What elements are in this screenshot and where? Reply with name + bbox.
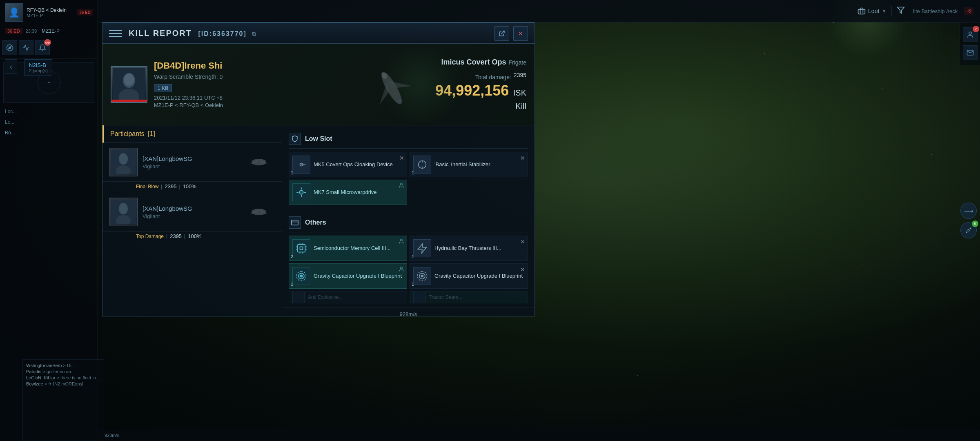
participant-name-1: [XAN]LongbowSG: [143, 155, 238, 162]
jump-system-indicator[interactable]: N2IS-B 2 jump(s): [24, 59, 52, 76]
nav-notifications[interactable]: 0/9: [35, 40, 50, 55]
svg-point-23: [119, 203, 128, 214]
equip-cloaking-icon: [292, 156, 310, 174]
nav-chart[interactable]: [19, 40, 33, 55]
loot-label: Loot: [868, 8, 879, 14]
notif-wrapper-1: 2: [963, 27, 978, 42]
notification-badge: 0/9: [44, 39, 51, 46]
chat-area: WshngtonianSerb > Di... Paturtis > guill…: [22, 359, 104, 441]
low-slot-icon: [289, 133, 301, 145]
victim-health-bar: [111, 100, 147, 102]
svg-rect-35: [300, 247, 303, 250]
equip-item-hydraulic: Hydraulic Bay Thrusters III... 1 ✕: [410, 236, 528, 261]
user-info: RFY-QB < Deklein MZ1E-P: [27, 7, 74, 18]
equip-mwd-person: [399, 183, 404, 189]
status-badge: 36 ED: [77, 9, 93, 16]
kill-hero-section: [DB4D]Irene Shi Warp Scramble Strength: …: [102, 44, 535, 125]
separator-2: |: [179, 184, 180, 189]
equip-partial-icon: [292, 291, 305, 303]
participant-name-2: [XAN]LongbowSG: [143, 205, 238, 212]
jump-count: 2 jump(s): [29, 68, 48, 73]
svg-point-44: [401, 239, 403, 241]
equip-semiconductor-name: Semiconductor Memory Cell III...: [314, 245, 391, 252]
final-blow-percent: 100%: [183, 183, 196, 189]
svg-point-14: [124, 74, 134, 86]
menu-button[interactable]: [109, 27, 122, 40]
equip-gravity-1-name: Gravity Capacitor Upgrade I Blueprint: [314, 273, 402, 280]
right-edge-wrapper-1: ⟶: [960, 203, 977, 219]
svg-rect-34: [298, 245, 305, 252]
svg-point-31: [401, 183, 403, 185]
equip-hydraulic-icon: [413, 239, 431, 257]
kill-outcome-label: Kill: [420, 102, 526, 111]
equip-gravity-2-destroy: ✕: [520, 266, 525, 273]
participant-info-2: [XAN]LongbowSG Vigilant: [143, 205, 238, 219]
sidebar-user-area: 👤 RFY-QB < Deklein MZ1E-P 36 ED: [0, 0, 98, 25]
equip-item-gravity-1: Gravity Capacitor Upgrade I Blueprint 1: [289, 263, 407, 289]
equip-partial-2-name: Tractor Beam...: [429, 294, 462, 300]
isk-amount: 94,992,156: [435, 82, 509, 99]
svg-line-8: [501, 31, 504, 34]
right-edge-wrapper-2: 5: [960, 222, 977, 238]
equip-semiconductor-icon: [292, 239, 310, 257]
nav-compass[interactable]: [2, 40, 17, 55]
others-section: Others Semiconductor Memory Cell III... …: [282, 209, 535, 307]
filter-button[interactable]: [897, 6, 905, 16]
low-slot-section: Low Slot MK5 Covert Ops Cloaking Device …: [282, 125, 535, 209]
svg-marker-45: [418, 243, 427, 253]
equip-stabilizer-icon: [413, 156, 431, 174]
notif-btn-mail[interactable]: [963, 45, 978, 60]
right-edge-badge: 5: [972, 220, 978, 227]
participant-corp-2: Vigilant: [143, 213, 238, 219]
equip-partial-name: Anti Explosive...: [308, 294, 343, 300]
external-link-button[interactable]: [494, 26, 509, 41]
others-header: Others: [289, 213, 528, 232]
modal-title: KILL REPORT [ID:6363770] ⧉: [129, 29, 488, 38]
location-display: lite Battleship /reck: [913, 8, 958, 14]
close-modal-button[interactable]: [513, 26, 528, 41]
separator-3: |: [166, 234, 167, 239]
modal-action-buttons: [494, 26, 528, 41]
equip-item-cloaking: MK5 Covert Ops Cloaking Device 1 ✕: [289, 152, 407, 177]
loot-button[interactable]: Loot ▼: [858, 7, 886, 15]
equip-cloaking-destroy: ✕: [399, 155, 404, 161]
svg-point-52: [970, 228, 971, 229]
top-navigation-bar: Loot ▼ lite Battleship /reck -6: [98, 0, 980, 22]
battleship-badge: -6: [964, 7, 973, 15]
nav-icons-bar: 0/9: [0, 37, 98, 59]
right-edge-btn-1[interactable]: ⟶: [960, 203, 977, 219]
final-blow-row: Final Blow | 2395 | 100%: [102, 182, 282, 193]
participant-corp-1: Vigilant: [143, 163, 238, 169]
chat-line-3: LeGioN_KiLlar > there is no fleet in n2: [26, 375, 100, 380]
others-title: Others: [305, 219, 326, 226]
right-edge-buttons: ⟶ 5: [957, 199, 980, 242]
equip-item-mwd: MK7 Small Microwarpdrive: [289, 180, 407, 205]
participant-item-2: [XAN]LongbowSG Vigilant: [102, 193, 282, 232]
equip-mwd-icon: [292, 183, 310, 201]
svg-point-47: [301, 275, 303, 277]
equip-gravity-2-count: 1: [412, 282, 414, 287]
others-grid: Semiconductor Memory Cell III... 2 Hydra…: [289, 236, 528, 303]
lo-text-2: Lo...: [0, 117, 98, 127]
equip-item-partial: Anti Explosive...: [289, 291, 407, 303]
chat-line-2: Paturtis > guillermo an...: [26, 369, 100, 374]
top-damage-value: 2395: [170, 233, 182, 239]
nav-arrow-left[interactable]: ‹: [5, 59, 17, 74]
low-slot-grid: MK5 Covert Ops Cloaking Device 1 ✕ 'Basi…: [289, 152, 528, 205]
equip-gravity-1-count: 1: [291, 282, 293, 287]
notif-wrapper-2: [963, 45, 978, 60]
equipment-panel: Low Slot MK5 Covert Ops Cloaking Device …: [282, 125, 535, 316]
top-damage-row: Top Damage | 2395 | 100%: [102, 232, 282, 243]
equip-cloaking-name: MK5 Covert Ops Cloaking Device: [314, 161, 393, 168]
equip-item-stabilizer: 'Basic' Inertial Stabilizer 1 ✕: [410, 152, 528, 177]
modal-header: KILL REPORT [ID:6363770] ⧉: [102, 23, 535, 44]
user-avatar: 👤: [5, 3, 23, 22]
kill-info-right-panel: Imicus Covert Ops Frigate Total damage: …: [420, 58, 526, 111]
svg-rect-32: [292, 220, 298, 225]
equip-stabilizer-destroy: ✕: [520, 155, 525, 161]
equip-hydraulic-destroy: ✕: [520, 238, 525, 245]
svg-point-50: [421, 275, 423, 277]
participant-ship-1: [243, 152, 275, 172]
top-damage-percent: 100%: [188, 233, 201, 239]
ship-class-name: Imicus Covert Ops: [441, 58, 506, 67]
